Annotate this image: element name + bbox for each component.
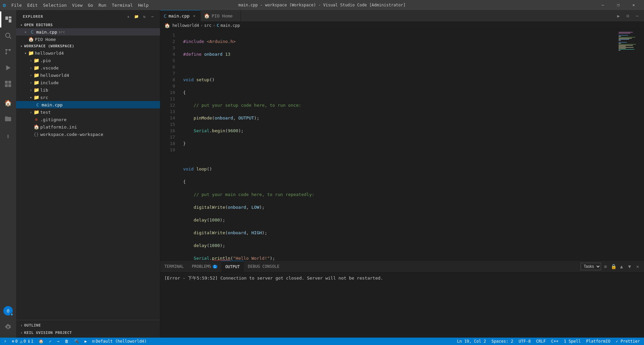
run-file-button[interactable]: ▶ [614, 12, 623, 20]
open-editor-src-label: src [59, 30, 65, 34]
tab-pio-home[interactable]: 🏠 PIO Home [201, 10, 241, 21]
panel-tab-debug[interactable]: DEBUG CONSOLE [244, 261, 283, 272]
tree-lib[interactable]: › 📁 lib [16, 86, 160, 94]
pio-home-status[interactable]: 🏠 [37, 338, 45, 345]
maximize-button[interactable]: ❐ [610, 0, 626, 10]
mini-line-6 [619, 37, 635, 38]
activity-settings[interactable] [0, 319, 16, 335]
remote-indicator[interactable]: ⚡ [3, 338, 8, 345]
src-label: src [40, 95, 48, 100]
activity-search[interactable] [0, 28, 16, 44]
language-mode-status[interactable]: C++ [550, 338, 560, 345]
tree-src[interactable]: ▾ 📁 src [16, 94, 160, 101]
panel-tab-output[interactable]: OUTPUT [221, 261, 244, 272]
activity-debug[interactable] [0, 60, 16, 76]
minimize-button[interactable]: — [595, 0, 610, 10]
serial-monitor-button[interactable]: 🔌 [73, 338, 80, 345]
panel-close-btn[interactable]: ✕ [634, 263, 641, 270]
build-button[interactable]: ✓ [48, 338, 53, 345]
tree-include[interactable]: › 📁 include [16, 79, 160, 86]
src-chevron: ▾ [28, 96, 34, 99]
panel-maximize-btn[interactable]: ▼ [626, 263, 633, 270]
activity-extensions[interactable] [0, 76, 16, 92]
split-editor-button[interactable]: ⊡ [624, 12, 632, 20]
tree-platformio-ini[interactable]: 🏠 platformio.ini [16, 123, 160, 131]
spell-check-status[interactable]: 1 Spell [562, 338, 582, 345]
menu-run[interactable]: Run [96, 2, 109, 8]
menu-selection[interactable]: Selection [40, 2, 69, 8]
activity-explorer[interactable] [0, 11, 16, 28]
new-file-button[interactable]: + [125, 13, 132, 20]
panel-up-btn[interactable]: ▲ [618, 263, 625, 270]
menu-view[interactable]: View [69, 2, 85, 8]
panel-tab-problems[interactable]: PROBLEMS 1 [188, 261, 221, 272]
code-content[interactable]: #include <Arduino.h> #define onboard 13 … [178, 29, 617, 260]
line-num-10: 10 [160, 89, 175, 96]
errors-warnings-status[interactable]: ⊗ 0 △ 0 ℹ 1 [10, 338, 35, 345]
panel-lock-btn[interactable]: 🔒 [610, 263, 617, 270]
keil-section[interactable]: › KEIL UVISION PROJECT [16, 329, 160, 336]
open-editor-pio-home[interactable]: 🏠 PIO Home [16, 36, 160, 43]
refresh-button[interactable]: ↻ [141, 13, 148, 20]
open-editor-main-cpp[interactable]: ✕ C main.cpp src [16, 28, 160, 36]
window-controls: — ❐ ✕ [595, 0, 641, 10]
tab-close-main-cpp[interactable]: ✕ [192, 13, 197, 19]
menu-terminal[interactable]: Terminal [109, 2, 136, 8]
close-button[interactable]: ✕ [626, 0, 641, 10]
tree-helloworld4[interactable]: ▾ 📁 helloworld4 [16, 49, 160, 57]
error-count: 0 [15, 339, 17, 344]
tree-vscode[interactable]: › 📁 .vscode [16, 64, 160, 71]
upload-button[interactable]: → [56, 338, 61, 345]
avatar[interactable]: @ 1 [3, 306, 13, 315]
menu-help[interactable]: Help [136, 2, 151, 8]
panel-actions: Tasks ≡ 🔒 ▲ ▼ ✕ [578, 261, 644, 272]
tree-main-cpp[interactable]: C main.cpp [16, 101, 160, 108]
tree-workspace-file[interactable]: {} workspace.code-workspace [16, 131, 160, 138]
activity-source-control[interactable] [0, 44, 16, 60]
line-num-11: 11 [160, 96, 175, 102]
more-actions-button[interactable]: ⋯ [633, 12, 641, 20]
breadcrumb-src[interactable]: src [204, 23, 212, 28]
tree-pio[interactable]: › 📁 .pio [16, 57, 160, 64]
tree-helloworld4-sub[interactable]: › 📁 helloworld4 [16, 71, 160, 79]
close-file-icon[interactable]: ✕ [23, 30, 28, 34]
indentation-status[interactable]: Spaces: 2 [490, 338, 515, 345]
activity-folder[interactable] [0, 111, 16, 127]
menu-go[interactable]: Go [85, 2, 96, 8]
cursor-position-status[interactable]: Ln 19, Col 2 [455, 338, 487, 345]
code-editor[interactable]: 1 2 3 4 5 6 7 8 9 10 11 12 13 14 15 16 1 [160, 29, 644, 260]
panel-list-btn[interactable]: ≡ [602, 263, 609, 270]
tab-main-cpp[interactable]: C main.cpp ✕ [160, 10, 201, 21]
panel-tab-terminal[interactable]: TERMINAL [160, 261, 188, 272]
menu-file[interactable]: File [9, 2, 24, 8]
code-line-4: void setup() [183, 77, 617, 83]
clean-button[interactable]: 🗑 [63, 338, 70, 345]
warning-icon: △ [20, 339, 22, 344]
menu-edit[interactable]: Edit [24, 2, 40, 8]
line-ending-status[interactable]: CRLF [535, 338, 547, 345]
svg-rect-11 [5, 84, 8, 87]
bc-sep2: › [213, 23, 215, 28]
default-workspace[interactable]: ⊡ Default (helloworld4) [91, 338, 148, 345]
test-button[interactable]: ▶ [83, 338, 88, 345]
tasks-selector[interactable]: Tasks [581, 263, 601, 270]
workspace-section[interactable]: ▾ WORKSPACE (WORKSPACE) [16, 43, 160, 49]
platformio-status[interactable]: PlatformIO [585, 338, 612, 345]
activity-pio[interactable]: 🏠 [0, 95, 16, 111]
line-num-6: 6 [160, 64, 175, 70]
activity-test[interactable] [0, 130, 16, 146]
mini-line-8 [619, 39, 629, 40]
activity-remote[interactable]: @ 1 [0, 303, 16, 319]
prettier-status[interactable]: ✓ Prettier [614, 338, 641, 345]
open-editors-section[interactable]: ▾ OPEN EDITORS [16, 22, 160, 28]
tree-gitignore[interactable]: ⚙ .gitignore [16, 116, 160, 123]
breadcrumb-main-cpp[interactable]: main.cpp [220, 23, 240, 28]
keil-label: KEIL UVISION PROJECT [24, 331, 72, 335]
breadcrumb-helloworld4[interactable]: helloworld4 [172, 23, 199, 28]
status-right: Ln 19, Col 2 Spaces: 2 UTF-8 CRLF C++ 1 … [455, 338, 641, 345]
tree-test[interactable]: › 📁 test [16, 108, 160, 116]
outline-section[interactable]: › OUTLINE [16, 322, 160, 329]
new-folder-button[interactable]: 📁 [133, 13, 140, 20]
encoding-status[interactable]: UTF-8 [517, 338, 532, 345]
collapse-all-button[interactable]: ⋯ [149, 13, 156, 20]
